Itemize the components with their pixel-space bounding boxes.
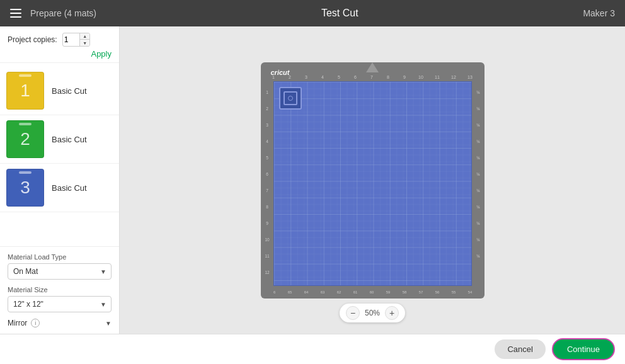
header-title-right: Maker 3 (583, 8, 615, 18)
mat-number-2: 2 (20, 129, 30, 149)
svg-text:2: 2 (266, 106, 268, 111)
svg-text:⅛: ⅛ (476, 139, 480, 144)
svg-text:55: 55 (451, 290, 456, 294)
project-copies-section: Project copies: ▲ ▼ Apply (0, 26, 119, 63)
svg-text:⅛: ⅛ (476, 156, 480, 160)
svg-text:6: 6 (266, 172, 268, 176)
design-item-inner (284, 91, 297, 105)
svg-text:9: 9 (266, 221, 268, 225)
mat-number-3: 3 (20, 178, 30, 198)
mat-grip-1 (19, 74, 32, 77)
svg-text:8: 8 (387, 75, 389, 79)
svg-text:5: 5 (338, 75, 340, 79)
design-item-dot (288, 96, 293, 101)
svg-text:56: 56 (435, 290, 439, 294)
svg-text:10: 10 (418, 75, 423, 79)
svg-text:12: 12 (451, 75, 456, 79)
svg-text:57: 57 (418, 290, 423, 294)
menu-button[interactable] (10, 9, 21, 18)
mat-label-2: Basic Cut (52, 135, 87, 144)
svg-text:4: 4 (266, 139, 268, 144)
project-copies-label: Project copies: (8, 35, 57, 44)
svg-text:7: 7 (266, 188, 268, 193)
mat-item-3[interactable]: 3 Basic Cut (0, 164, 119, 212)
svg-text:65: 65 (287, 290, 292, 294)
svg-text:6: 6 (354, 75, 357, 79)
svg-text:59: 59 (386, 290, 390, 294)
svg-text:1: 1 (266, 90, 268, 94)
cancel-button[interactable]: Cancel (495, 339, 545, 359)
svg-text:⅛: ⅛ (476, 90, 480, 94)
header: Prepare (4 mats) Test Cut Maker 3 (0, 0, 625, 26)
svg-text:⅛: ⅛ (476, 205, 480, 209)
zoom-controls: − 50% + (340, 304, 405, 322)
svg-text:9: 9 (403, 75, 406, 79)
sidebar: Project copies: ▲ ▼ Apply 1 Basic C (0, 26, 120, 334)
svg-text:13: 13 (467, 75, 473, 79)
material-load-type-select[interactable]: On Mat Roll (8, 263, 112, 280)
svg-text:58: 58 (402, 290, 406, 294)
ruler-top-svg: 1 2 3 4 5 6 7 8 9 10 11 12 13 (273, 71, 472, 80)
svg-text:⅛: ⅛ (476, 123, 480, 127)
footer: Cancel Continue (0, 334, 625, 364)
svg-text:⅛: ⅛ (476, 221, 480, 225)
sidebar-bottom: Material Load Type On Mat Roll ▼ Materia… (0, 246, 119, 334)
design-item (279, 87, 302, 110)
header-title-center: Test Cut (96, 8, 583, 19)
spinner-up[interactable]: ▲ (80, 33, 90, 40)
svg-text:8: 8 (266, 205, 268, 209)
mat-thumbnail-3: 3 (6, 169, 44, 207)
svg-text:⅛: ⅛ (476, 188, 480, 193)
project-copies-input[interactable] (63, 35, 79, 44)
apply-button[interactable]: Apply (91, 49, 112, 59)
svg-text:62: 62 (336, 290, 341, 294)
mirror-expand-icon[interactable]: ▼ (105, 320, 112, 327)
material-size-select-wrap: 12" x 12" 12" x 24" ▼ (8, 296, 112, 312)
mat-canvas: cricut 1 2 3 4 5 6 7 8 9 10 11 12 13 (261, 62, 485, 299)
mat-thumbnail-2: 2 (6, 120, 44, 158)
mat-label-1: Basic Cut (52, 86, 87, 96)
ruler-left: 1 2 3 4 5 6 7 8 9 10 11 12 (262, 81, 272, 286)
mat-list: 1 Basic Cut 2 Basic Cut 3 Basic Cut (0, 63, 119, 246)
zoom-label: 50% (365, 309, 380, 317)
mat-thumbnail-1: 1 (6, 72, 44, 110)
mat-grid (273, 81, 472, 286)
svg-text:4: 4 (321, 75, 324, 79)
svg-text:⅛: ⅛ (476, 106, 480, 111)
project-copies-row: Project copies: ▲ ▼ (8, 33, 112, 47)
canvas-area: cricut 1 2 3 4 5 6 7 8 9 10 11 12 13 (120, 26, 625, 334)
svg-text:3: 3 (305, 75, 307, 79)
svg-text:11: 11 (265, 254, 270, 258)
header-title-left: Prepare (4 mats) (30, 8, 96, 18)
svg-text:3: 3 (266, 123, 268, 127)
svg-text:5: 5 (266, 156, 268, 160)
svg-text:⅛: ⅛ (476, 254, 480, 258)
ruler-bottom: 66 65 64 63 62 61 60 59 58 57 56 55 54 (273, 287, 472, 296)
svg-rect-14 (274, 82, 471, 285)
zoom-out-button[interactable]: − (346, 306, 360, 320)
svg-text:63: 63 (320, 290, 324, 294)
svg-text:12: 12 (265, 270, 270, 275)
mat-item-2[interactable]: 2 Basic Cut (0, 115, 119, 164)
mirror-label: Mirror (8, 319, 27, 327)
ruler-top: 1 2 3 4 5 6 7 8 9 10 11 12 13 (273, 71, 472, 80)
mat-grip-3 (19, 171, 32, 174)
mat-number-1: 1 (20, 81, 30, 101)
svg-text:54: 54 (467, 290, 471, 294)
ruler-left-svg: 1 2 3 4 5 6 7 8 9 10 11 12 (262, 81, 272, 286)
spinner-down[interactable]: ▼ (80, 40, 90, 47)
zoom-in-button[interactable]: + (385, 306, 399, 320)
svg-text:64: 64 (304, 290, 308, 294)
mat-item-1[interactable]: 1 Basic Cut (0, 67, 119, 115)
continue-button[interactable]: Continue (552, 338, 615, 360)
ruler-bottom-svg: 66 65 64 63 62 61 60 59 58 57 56 55 54 (273, 287, 472, 296)
svg-text:61: 61 (353, 290, 357, 294)
svg-text:66: 66 (273, 290, 276, 294)
svg-text:11: 11 (435, 75, 440, 79)
material-load-type-select-wrap: On Mat Roll ▼ (8, 263, 112, 280)
mat-top-grip (366, 62, 379, 72)
mirror-info-icon[interactable]: i (31, 319, 40, 327)
main-content: Project copies: ▲ ▼ Apply 1 Basic C (0, 26, 625, 334)
svg-text:⅛: ⅛ (476, 237, 480, 242)
material-size-select[interactable]: 12" x 12" 12" x 24" (8, 296, 112, 312)
